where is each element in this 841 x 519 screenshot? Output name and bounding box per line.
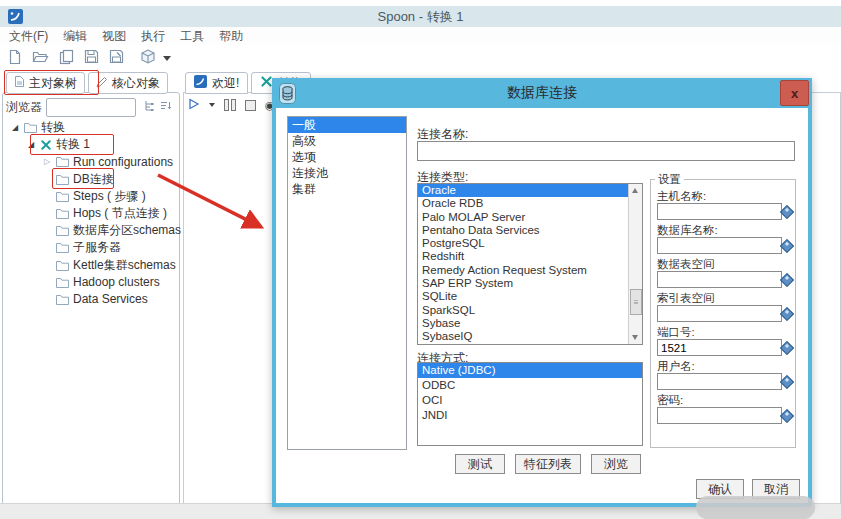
- tree-item-db连接[interactable]: DB连接: [2, 171, 178, 188]
- menu-视图[interactable]: 视图: [102, 28, 126, 45]
- tree-item-kettle集群schemas[interactable]: Kettle集群schemas: [2, 257, 178, 274]
- 特征列表-button[interactable]: 特征列表: [515, 454, 581, 474]
- tab-label: 核心对象: [112, 75, 160, 92]
- 测试-button[interactable]: 测试: [455, 454, 505, 474]
- 索引表空间-input[interactable]: [657, 305, 782, 322]
- chevron-down-icon[interactable]: [163, 56, 171, 61]
- tree-item-hadoop-clusters[interactable]: Hadoop clusters: [2, 274, 178, 291]
- 密码-input[interactable]: [657, 407, 782, 424]
- pause-icon[interactable]: [224, 99, 236, 111]
- connection-type-sybase[interactable]: Sybase: [418, 317, 642, 330]
- variable-diamond-icon[interactable]: [780, 307, 794, 321]
- folder-icon: [56, 156, 69, 167]
- tree-toggle-collapsed-icon[interactable]: ▷: [42, 157, 52, 166]
- 主机名称-input[interactable]: [657, 203, 782, 220]
- watermark-blob: [696, 496, 815, 519]
- field-input-row: [657, 407, 788, 424]
- dialog-nav-选项[interactable]: 选项: [288, 149, 406, 165]
- access-method-oci[interactable]: OCI: [418, 393, 642, 408]
- connection-name-input[interactable]: [417, 141, 795, 161]
- variable-diamond-icon[interactable]: [780, 409, 794, 423]
- new-file-icon[interactable]: [8, 49, 22, 68]
- run-options-chevron-icon[interactable]: [209, 103, 215, 107]
- connection-type-pentaho-data-services[interactable]: Pentaho Data Services: [418, 224, 642, 237]
- menu-执行[interactable]: 执行: [141, 28, 165, 45]
- tree-item-label: Run configurations: [73, 155, 173, 169]
- connection-type-sap-erp-system[interactable]: SAP ERP System: [418, 277, 642, 290]
- connection-type-postgresql[interactable]: PostgreSQL: [418, 237, 642, 250]
- browser-filter-input[interactable]: [46, 98, 136, 117]
- scrollbar-thumb[interactable]: ≡: [630, 289, 642, 315]
- dialog-nav-一般[interactable]: 一般: [288, 117, 406, 133]
- connection-type-redshift[interactable]: Redshift: [418, 250, 642, 263]
- tree-item-hops-节点连接[interactable]: Hops ( 节点连接 ): [2, 205, 178, 222]
- connection-type-oracle[interactable]: Oracle: [418, 184, 642, 197]
- 数据表空间-input[interactable]: [657, 271, 782, 288]
- variable-diamond-icon[interactable]: [780, 239, 794, 253]
- menu-工具[interactable]: 工具: [180, 28, 204, 45]
- 端口号-input[interactable]: [657, 339, 782, 356]
- save-icon[interactable]: [84, 49, 99, 67]
- tree-item-data-services[interactable]: Data Services: [2, 291, 178, 308]
- variable-diamond-icon[interactable]: [780, 375, 794, 389]
- tab-core-objects[interactable]: 核心对象: [88, 72, 168, 94]
- window-title: Spoon - 转换 1: [0, 8, 841, 26]
- tree-item-数据库分区schemas[interactable]: 数据库分区schemas: [2, 222, 178, 239]
- scroll-up-icon[interactable]: [629, 184, 642, 197]
- hierarchy-view-icon[interactable]: [144, 100, 155, 115]
- spoon-tab-icon: [194, 75, 207, 91]
- close-icon[interactable]: x: [780, 80, 809, 106]
- 用户名-input[interactable]: [657, 373, 782, 390]
- tree-item-子服务器[interactable]: 子服务器: [2, 239, 178, 256]
- connection-type-remedy-action-request-system[interactable]: Remedy Action Request System: [418, 264, 642, 277]
- 浏览-button[interactable]: 浏览: [591, 454, 641, 474]
- tab-label: 欢迎!: [212, 75, 239, 92]
- scroll-down-icon[interactable]: [629, 331, 642, 344]
- settings-field-用户名: 用户名:: [657, 359, 788, 390]
- open-file-icon[interactable]: [32, 49, 49, 67]
- dialog-nav-连接池[interactable]: 连接池: [288, 165, 406, 181]
- settings-field-密码: 密码:: [657, 393, 788, 424]
- tree-item-run-configurations[interactable]: ▷Run configurations: [2, 153, 178, 170]
- folder-icon: [56, 242, 69, 253]
- folder-icon: [56, 174, 69, 185]
- database-cube-icon[interactable]: [140, 49, 156, 67]
- tree-item-label: Hops ( 节点连接 ): [73, 205, 167, 222]
- tree-item-转换-1[interactable]: ◢转换 1: [2, 136, 178, 153]
- dialog-nav-集群[interactable]: 集群: [288, 181, 406, 197]
- connection-type-oracle-rdb[interactable]: Oracle RDB: [418, 197, 642, 210]
- menu-文件-f[interactable]: 文件(F): [9, 28, 48, 45]
- scrollbar[interactable]: ≡: [628, 184, 642, 344]
- variable-diamond-icon[interactable]: [780, 341, 794, 355]
- connection-type-sybaseiq[interactable]: SybaseIQ: [418, 330, 642, 343]
- access-method-odbc[interactable]: ODBC: [418, 378, 642, 393]
- tab-main-object-tree[interactable]: 主对象树: [6, 72, 85, 94]
- duplicate-icon[interactable]: [59, 49, 74, 68]
- run-icon[interactable]: [188, 98, 200, 113]
- connection-type-sqlite[interactable]: SQLite: [418, 290, 642, 303]
- variable-diamond-icon[interactable]: [780, 205, 794, 219]
- access-method-jndi[interactable]: JNDI: [418, 408, 642, 423]
- sort-list-icon[interactable]: [160, 100, 172, 115]
- stop-icon[interactable]: [245, 100, 256, 111]
- 数据库名称-input[interactable]: [657, 237, 782, 254]
- connection-type-sparksql[interactable]: SparkSQL: [418, 304, 642, 317]
- tree-toggle-expanded-icon[interactable]: ◢: [26, 140, 36, 149]
- access-method-native-jdbc[interactable]: Native (JDBC): [418, 363, 642, 378]
- browser-label: 浏览器: [6, 99, 42, 116]
- tree-item-steps-步骤[interactable]: Steps ( 步骤 ): [2, 188, 178, 205]
- connection-type-palo-molap-server[interactable]: Palo MOLAP Server: [418, 211, 642, 224]
- tab-welcome[interactable]: 欢迎!: [185, 72, 248, 94]
- menu-帮助[interactable]: 帮助: [219, 28, 243, 45]
- tree-toggle-expanded-icon[interactable]: ◢: [10, 123, 20, 132]
- tree-item-转换[interactable]: ◢转换: [2, 119, 178, 136]
- dialog-nav-高级[interactable]: 高级: [288, 133, 406, 149]
- settings-field-数据表空间: 数据表空间: [657, 257, 788, 288]
- menu-编辑[interactable]: 编辑: [63, 28, 87, 45]
- field-input-row: [657, 271, 788, 288]
- dialog-title: 数据库连接: [272, 84, 812, 102]
- save-as-icon[interactable]: [109, 49, 124, 67]
- field-label: 密码:: [657, 393, 788, 406]
- folder-icon: [56, 260, 69, 271]
- variable-diamond-icon[interactable]: [780, 273, 794, 287]
